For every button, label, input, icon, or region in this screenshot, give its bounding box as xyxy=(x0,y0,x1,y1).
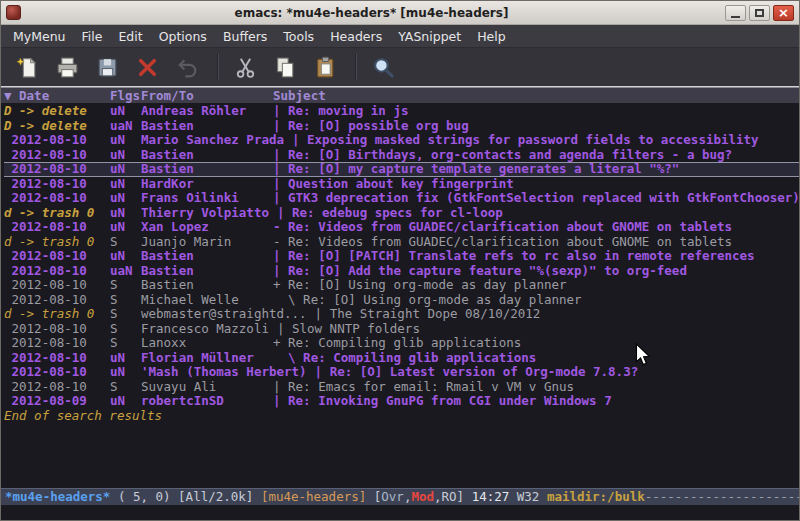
date-cell: 2012-08-10 xyxy=(4,177,110,192)
print-icon xyxy=(55,55,80,80)
flags-cell: S xyxy=(110,278,141,293)
modeline-plain: [ xyxy=(366,489,381,504)
modeline-ovr: Ovr xyxy=(381,489,404,504)
subject-cell: | Exposing masked strings for password f… xyxy=(292,133,799,148)
message-row-current[interactable]: 2012-08-10uNBastien| Re: [O] my capture … xyxy=(4,162,799,177)
maximize-button[interactable] xyxy=(749,5,770,21)
kill-buffer-button[interactable] xyxy=(129,51,165,83)
column-header-from[interactable]: From/To xyxy=(141,88,273,103)
modeline-folder: maildir:/bulk xyxy=(547,489,645,504)
from-cell: Xan Lopez xyxy=(141,220,273,235)
mark-cell: D -> delete xyxy=(4,104,110,119)
column-header-subject[interactable]: Subject xyxy=(273,88,799,103)
copy-icon xyxy=(273,55,298,80)
from-cell: Lanoxx xyxy=(141,336,273,351)
date-cell: 2012-08-10 xyxy=(4,351,110,366)
from-cell: Bastien xyxy=(141,148,273,163)
close-button[interactable]: × xyxy=(773,5,794,21)
toolbar-separator xyxy=(217,54,219,80)
from-cell: Thierry Volpiatto xyxy=(141,206,277,221)
title-bar[interactable]: emacs: *mu4e-headers* [mu4e-headers] × xyxy=(1,1,799,25)
modeline-time: 14:27 xyxy=(472,489,510,504)
cut-icon xyxy=(233,55,258,80)
flags-cell: uaN xyxy=(110,264,141,279)
menu-item-help[interactable]: Help xyxy=(469,27,514,46)
buffer-area[interactable]: D -> deleteuNAndreas Röhler| Re: moving … xyxy=(1,103,799,488)
mode-line[interactable]: *mu4e-headers* ( 5, 0) [All/2.0k] [mu4e-… xyxy=(1,488,799,505)
subject-cell: - Re: Videos from GUADEC/clarification a… xyxy=(273,235,799,250)
menu-item-buffers[interactable]: Buffers xyxy=(215,27,275,46)
subject-cell: + Re: Compiling glib applications xyxy=(273,336,799,351)
column-header-date[interactable]: ▼ Date xyxy=(4,88,110,103)
menu-item-tools[interactable]: Tools xyxy=(275,27,322,46)
message-row[interactable]: 2012-08-10uN'Mash (Thomas Herbert)| Re: … xyxy=(4,365,799,380)
message-row[interactable]: d -> trash 0SJuanjo Marin- Re: Videos fr… xyxy=(4,235,799,250)
flags-cell: uN xyxy=(110,365,141,380)
message-row[interactable]: 2012-08-10uNFrans Oilinki| GTK3 deprecat… xyxy=(4,191,799,206)
date-cell: 2012-08-10 xyxy=(4,191,110,206)
message-row[interactable]: 2012-08-10uNFlorian Müllner \ Re: Compil… xyxy=(4,351,799,366)
date-cell: 2012-08-10 xyxy=(4,322,110,337)
flags-cell: uN xyxy=(110,148,141,163)
menu-item-options[interactable]: Options xyxy=(151,27,215,46)
copy-button[interactable] xyxy=(267,51,303,83)
save-button[interactable] xyxy=(89,51,125,83)
from-cell: Frans Oilinki xyxy=(141,191,273,206)
message-row[interactable]: 2012-08-10uNMario Sanchez Prada| Exposin… xyxy=(4,133,799,148)
message-row[interactable]: 2012-08-10uNBastien| Re: [O] [PATCH] Tra… xyxy=(4,249,799,264)
flags-cell: uN xyxy=(110,206,141,221)
subject-cell: | Re: [O] Birthdays, org-contacts and ag… xyxy=(273,148,799,163)
search-button[interactable] xyxy=(365,51,401,83)
message-row[interactable]: 2012-08-10uNBastien| Re: [O] Birthdays, … xyxy=(4,148,799,163)
minimize-button[interactable] xyxy=(725,5,746,21)
subject-cell: | Re: edebug specs for cl-loop xyxy=(277,206,799,221)
from-cell: Michael Welle xyxy=(141,293,273,308)
menu-item-headers[interactable]: Headers xyxy=(322,27,390,46)
message-row[interactable]: 2012-08-09uNrobertcInSD| Re: Invoking Gn… xyxy=(4,394,799,409)
paste-button[interactable] xyxy=(307,51,343,83)
from-cell: webmaster@straightd... xyxy=(141,307,315,322)
message-row[interactable]: 2012-08-10SLanoxx+ Re: Compiling glib ap… xyxy=(4,336,799,351)
menu-item-mymenu[interactable]: MyMenu xyxy=(5,27,74,46)
subject-cell: | Re: [O] possible org bug xyxy=(273,119,799,134)
message-row[interactable]: D -> deleteuNAndreas Röhler| Re: moving … xyxy=(4,104,799,119)
menu-item-yasnippet[interactable]: YASnippet xyxy=(390,27,469,46)
message-row[interactable]: 2012-08-10SBastien+ Re: [O] Using org-mo… xyxy=(4,278,799,293)
flags-cell: uN xyxy=(110,351,141,366)
message-row[interactable]: d -> trash 0Swebmaster@straightd...| The… xyxy=(4,307,799,322)
message-row[interactable]: 2012-08-10uNXan Lopez- Re: Videos from G… xyxy=(4,220,799,235)
mouse-cursor xyxy=(635,343,652,367)
column-header-flags[interactable]: Flgs xyxy=(110,88,141,103)
subject-cell: | GTK3 deprecation fix (GtkFontSelection… xyxy=(273,191,799,206)
message-row[interactable]: d -> trash 0uNThierry Volpiatto| Re: ede… xyxy=(4,206,799,221)
message-row[interactable]: 2012-08-10SMichael Welle \ Re: [O] Using… xyxy=(4,293,799,308)
print-button[interactable] xyxy=(49,51,85,83)
modeline-dashes: ----------------------------------------… xyxy=(645,489,799,504)
menu-item-file[interactable]: File xyxy=(74,27,111,46)
from-cell: Francesco Mazzoli xyxy=(141,322,277,337)
flags-cell: S xyxy=(110,380,141,395)
flags-cell: uN xyxy=(110,104,141,119)
paste-icon xyxy=(313,55,338,80)
cut-button[interactable] xyxy=(227,51,263,83)
new-file-button[interactable] xyxy=(9,51,45,83)
message-row[interactable]: 2012-08-10SSuvayu Ali| Re: Emacs for ema… xyxy=(4,380,799,395)
date-cell: 2012-08-10 xyxy=(4,133,110,148)
menu-item-edit[interactable]: Edit xyxy=(110,27,150,46)
flags-cell: S xyxy=(110,235,141,250)
flags-cell: S xyxy=(110,322,141,337)
undo-icon xyxy=(175,55,200,80)
message-row[interactable]: 2012-08-10uNHardKor| Question about key … xyxy=(4,177,799,192)
echo-area[interactable] xyxy=(1,505,799,520)
subject-cell: \ Re: Compiling glib applications xyxy=(273,351,799,366)
subject-cell: \ Re: [O] Using org-mode as day planner xyxy=(273,293,799,308)
subject-cell: - Re: Videos from GUADEC/clarification a… xyxy=(273,220,799,235)
message-row[interactable]: D -> deleteuaNBastien| Re: [O] possible … xyxy=(4,119,799,134)
message-row[interactable]: 2012-08-10SFrancesco Mazzoli| Slow NNTP … xyxy=(4,322,799,337)
from-cell: Bastien xyxy=(141,278,273,293)
undo-button[interactable] xyxy=(169,51,205,83)
menu-bar: MyMenuFileEditOptionsBuffersToolsHeaders… xyxy=(1,25,799,48)
from-cell: Suvayu Ali xyxy=(141,380,273,395)
message-row[interactable]: 2012-08-10uaNBastien| Re: [O] Add the ca… xyxy=(4,264,799,279)
subject-cell: | Re: [O] Latest version of Org-mode 7.8… xyxy=(315,365,799,380)
